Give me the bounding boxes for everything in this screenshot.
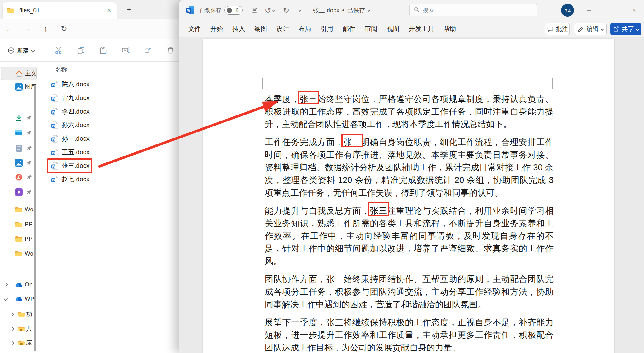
redo-button[interactable]: ↻ <box>283 0 289 20</box>
sidebar-item-gallery[interactable]: 图库 <box>1 80 37 93</box>
rename-button[interactable] <box>121 45 131 55</box>
paste-button[interactable] <box>98 45 107 55</box>
sidebar-item-label: PP <box>25 221 32 228</box>
ribbon-tab[interactable]: 引用 <box>316 20 338 37</box>
new-button[interactable]: 新建 <box>4 44 38 57</box>
cut-button[interactable] <box>54 45 63 55</box>
file-row[interactable]: W孙一.docx <box>47 132 180 145</box>
refresh-icon[interactable]: ↻ <box>55 25 73 33</box>
sidebar-item-subfolder-1[interactable]: 功 <box>1 308 37 321</box>
apps-folder-icon <box>17 340 26 346</box>
document-text[interactable]: 本季度，张三始终坚守岗位，严格遵守公司各项规章制度，秉持认真负责、积极进取的工作… <box>265 93 554 353</box>
sidebar-item-folder-1[interactable]: Wo <box>1 203 37 216</box>
undo-button[interactable]: ↺ <box>265 0 275 20</box>
autosave-state: 关 <box>235 7 239 13</box>
ribbon-tab[interactable]: 审阅 <box>360 20 382 37</box>
ribbon-tab[interactable]: 开发工具 <box>404 20 439 37</box>
autosave-toggle[interactable]: 关 <box>224 6 243 15</box>
svg-text:W: W <box>187 9 190 12</box>
sidebar-item-music[interactable] <box>1 171 37 184</box>
file-row[interactable]: W雷九.docx <box>47 91 180 105</box>
avatar[interactable]: YZ <box>561 4 574 17</box>
maximize-icon[interactable] <box>605 0 618 20</box>
close-icon[interactable]: × <box>627 0 641 20</box>
forward-icon[interactable]: → <box>18 25 37 33</box>
chevron-right-icon[interactable] <box>10 327 14 331</box>
sidebar-item-folder-2[interactable]: PP <box>1 218 37 231</box>
search-placeholder: 搜索 <box>423 7 434 14</box>
sidebar-item-videos[interactable] <box>1 185 37 199</box>
new-tab-icon[interactable]: + <box>124 4 134 15</box>
minimize-icon[interactable] <box>582 0 596 20</box>
sidebar-scrollbar[interactable] <box>34 85 36 351</box>
sidebar-item-documents[interactable] <box>1 142 37 155</box>
text-run: 本季度， <box>265 94 300 104</box>
share-button[interactable]: 共享 <box>610 23 641 35</box>
comments-button[interactable]: 批注 <box>545 23 570 35</box>
pin-icon <box>26 174 32 181</box>
file-row[interactable]: W李四.docx <box>47 105 180 118</box>
ribbon-tabs: 文件开始插入绘图设计布局引用邮件审阅视图开发工具帮助 <box>183 20 461 37</box>
sidebar-item-pictures[interactable] <box>1 156 37 169</box>
explorer-nav-bar: ← → ↑ ↻ › files_01 <box>0 19 189 39</box>
copy-button[interactable] <box>76 45 85 55</box>
sidebar-item-downloads[interactable] <box>1 111 37 124</box>
sidebar-item-folder-4[interactable]: Wo <box>1 247 37 260</box>
ribbon-tab[interactable]: 插入 <box>228 20 250 37</box>
shared-folder-icon <box>17 326 26 332</box>
file-name: 赵七.docx <box>62 175 90 184</box>
ribbon-tab[interactable]: 绘图 <box>250 20 272 37</box>
back-icon[interactable]: ← <box>0 25 18 33</box>
redo-icon: ↻ <box>283 6 289 15</box>
ribbon-tab[interactable]: 邮件 <box>338 20 360 37</box>
autosave-label: 自动保存 <box>200 7 221 14</box>
chevron-right-icon[interactable] <box>10 312 14 316</box>
file-row[interactable]: W王五.docx <box>47 145 180 159</box>
ribbon-tab[interactable]: 帮助 <box>439 20 461 37</box>
sidebar-item-wps-cloud[interactable]: WP <box>1 292 37 305</box>
up-icon[interactable]: ↑ <box>37 25 55 33</box>
sidebar-item-label: 功 <box>26 310 32 318</box>
toolbar-separator <box>44 46 44 55</box>
share-label: 共享 <box>622 25 634 33</box>
ribbon-tab[interactable]: 布局 <box>294 20 316 37</box>
file-row[interactable]: W陈八.docx <box>47 78 180 91</box>
sidebar-item-home[interactable]: 主文 <box>1 67 37 80</box>
folder-icon <box>17 311 26 317</box>
explorer-tab[interactable]: files_01 × <box>3 2 117 19</box>
chevron-down-icon[interactable] <box>272 9 275 11</box>
toggle-knob <box>227 8 232 13</box>
sidebar-item-label: PP <box>25 235 32 242</box>
sidebar-item-onedrive[interactable]: On <box>1 278 37 291</box>
document-title[interactable]: 张三.docx • 已保存 <box>313 0 370 20</box>
sidebar-item-desktop[interactable] <box>1 126 37 139</box>
tab-close-icon[interactable]: × <box>106 7 112 14</box>
file-row[interactable]: W赵七.docx <box>47 173 180 186</box>
sidebar-item-folder-3[interactable]: PP <box>1 232 37 245</box>
chevron-right-icon[interactable] <box>4 283 8 287</box>
delete-button[interactable] <box>166 45 175 55</box>
tab-title: files_01 <box>19 7 106 14</box>
sidebar-item-subfolder-apps[interactable]: 应 <box>1 336 37 350</box>
svg-text:W: W <box>52 124 55 127</box>
chevron-down-icon[interactable] <box>4 297 8 301</box>
document-page[interactable]: 本季度，张三始终坚守岗位，严格遵守公司各项规章制度，秉持认真负责、积极进取的工作… <box>203 39 614 353</box>
ribbon-tab[interactable]: 开始 <box>206 20 228 37</box>
circle-plus-icon <box>8 47 15 54</box>
ribbon-tab[interactable]: 视图 <box>382 20 404 37</box>
document-paragraph: 展望下一季度，张三将继续保持积极的工作态度，正视自身不足，补齐能力短板，进一步提… <box>265 316 554 353</box>
save-button[interactable] <box>251 0 258 20</box>
sidebar-item-subfolder-shared[interactable]: 共 <box>1 322 37 335</box>
chevron-right-icon[interactable] <box>10 341 14 345</box>
sidebar-item-label: 共 <box>26 325 32 333</box>
column-header-name[interactable]: 名称 <box>55 66 67 74</box>
document-paragraph: 能力提升与自我反思方面，张三注重理论与实践结合，利用业余时间学习相关业务知识，熟… <box>265 204 554 268</box>
quick-access-more-button[interactable] <box>299 0 301 20</box>
ribbon-tab[interactable]: 文件 <box>183 20 206 37</box>
share-button[interactable] <box>143 45 153 55</box>
editing-button[interactable]: 编辑 <box>574 23 607 35</box>
sidebar-item-label: WP <box>25 295 34 302</box>
search-input[interactable]: 搜索 <box>409 4 537 16</box>
ribbon-tab[interactable]: 设计 <box>272 20 294 37</box>
file-row[interactable]: W孙六.docx <box>47 118 180 132</box>
